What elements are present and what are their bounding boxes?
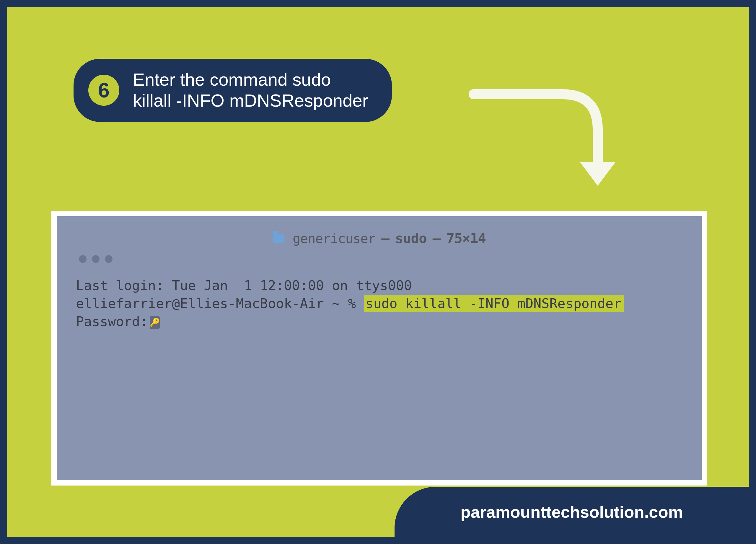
terminal-body: Last login: Tue Jan 1 12:00:00 on ttys00… <box>76 277 682 330</box>
canvas: 6 Enter the command sudo killall -INFO m… <box>7 7 749 537</box>
highlighted-command: sudo killall -INFO mDNSResponder <box>364 295 624 312</box>
step-number-badge: 6 <box>88 75 119 106</box>
password-prompt-label: Password: <box>76 314 148 329</box>
zoom-dot-icon <box>105 255 113 263</box>
shell-prompt: elliefarrier@Ellies-MacBook-Air ~ % <box>76 296 364 311</box>
step-instruction-line-1: Enter the command sudo <box>133 70 331 89</box>
close-dot-icon <box>79 255 87 263</box>
terminal-window: genericuser — sudo — 75×14 Last login: T… <box>73 228 685 468</box>
last-login-line: Last login: Tue Jan 1 12:00:00 on ttys00… <box>76 278 412 293</box>
key-icon: 🔑 <box>150 316 160 329</box>
step-number: 6 <box>98 79 110 102</box>
terminal-titlebar: genericuser — sudo — 75×14 <box>73 228 685 249</box>
window-traffic-lights <box>79 255 113 263</box>
footer-brand-text: paramounttechsolution.com <box>461 502 683 522</box>
terminal-screenshot-frame: genericuser — sudo — 75×14 Last login: T… <box>51 211 707 486</box>
step-instruction-line-2: killall -INFO mDNSResponder <box>133 91 368 110</box>
curved-arrow-icon <box>468 76 627 201</box>
step-instruction: Enter the command sudo killall -INFO mDN… <box>133 69 368 111</box>
title-user: genericuser <box>293 231 375 246</box>
footer-brand-tab: paramounttechsolution.com <box>395 487 749 537</box>
title-process: sudo <box>395 230 427 246</box>
title-separator-1: — <box>381 230 389 246</box>
folder-icon <box>273 234 284 243</box>
title-separator-2: — <box>433 230 441 246</box>
minimize-dot-icon <box>92 255 100 263</box>
title-size: 75×14 <box>447 230 486 246</box>
step-header-pill: 6 Enter the command sudo killall -INFO m… <box>74 59 392 122</box>
